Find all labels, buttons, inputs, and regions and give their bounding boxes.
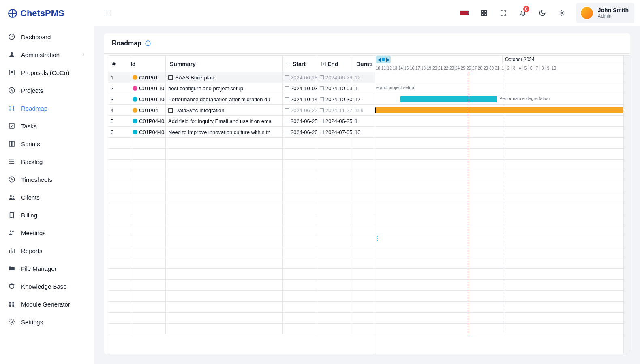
table-row[interactable]: 2C01P01-I01host configure and project se… bbox=[108, 83, 375, 94]
fullscreen-icon bbox=[500, 9, 507, 17]
sidebar-item-reports[interactable]: Reports bbox=[3, 242, 91, 259]
sidebar-item-label: Billing bbox=[21, 212, 37, 219]
sidebar-item-label: Roadmap bbox=[21, 105, 47, 112]
day-cell: 6 bbox=[529, 64, 534, 72]
day-cell: 31 bbox=[494, 64, 500, 72]
expand-icon[interactable] bbox=[287, 62, 291, 66]
sidebar-item-sprints[interactable]: Sprints bbox=[3, 135, 91, 152]
gantt-prev[interactable]: ◀ bbox=[376, 57, 382, 62]
svg-rect-25 bbox=[484, 14, 486, 16]
grid-body: 1C01P01−SAAS Boilerplate2024-06-182024-0… bbox=[108, 72, 375, 334]
table-row[interactable]: 1C01P01−SAAS Boilerplate2024-06-182024-0… bbox=[108, 72, 375, 83]
table-row[interactable]: 5C01P04-I03Add field for Inquiry Email a… bbox=[108, 116, 375, 127]
day-cell: 24 bbox=[455, 64, 460, 72]
gantt-bar[interactable] bbox=[375, 107, 623, 113]
gantt-next[interactable]: ▶ bbox=[385, 57, 391, 62]
svg-rect-20 bbox=[13, 305, 15, 307]
scrollbar[interactable] bbox=[623, 56, 630, 354]
day-cell: 19 bbox=[426, 64, 432, 72]
sidebar-item-proposals[interactable]: Proposals (CoCo) bbox=[3, 64, 91, 81]
svg-rect-11 bbox=[12, 141, 14, 146]
collapse-icon[interactable]: − bbox=[168, 108, 173, 113]
sidebar-item-module-generator[interactable]: Module Generator bbox=[3, 296, 91, 313]
sidebar-item-label: Tasks bbox=[21, 123, 36, 130]
app-name: ChetsPMS bbox=[20, 8, 64, 19]
svg-point-21 bbox=[11, 321, 13, 323]
fullscreen-button[interactable] bbox=[496, 5, 511, 21]
info-icon[interactable] bbox=[145, 40, 151, 47]
user-menu[interactable]: John Smith Admin bbox=[576, 3, 634, 23]
svg-point-15 bbox=[10, 230, 11, 232]
sidebar-item-roadmap[interactable]: Roadmap bbox=[3, 100, 91, 117]
sidebar-item-projects[interactable]: Projects bbox=[3, 82, 91, 99]
col-number[interactable]: # bbox=[108, 56, 130, 72]
sidebar-item-label: Proposals (CoCo) bbox=[21, 69, 69, 76]
gantt-body[interactable]: e and project setup. Performance degrada… bbox=[375, 72, 630, 334]
settings-button[interactable] bbox=[554, 5, 569, 21]
col-id[interactable]: Id bbox=[130, 56, 166, 72]
col-duration[interactable]: Durati bbox=[352, 56, 375, 72]
day-cell: 25 bbox=[460, 64, 466, 72]
col-start[interactable]: Start bbox=[283, 56, 317, 72]
grid-header: # Id Summary Start End Durati bbox=[108, 56, 375, 72]
theme-button[interactable] bbox=[535, 5, 550, 21]
folder-icon bbox=[8, 265, 15, 272]
grid-icon bbox=[8, 300, 15, 308]
user-name: John Smith bbox=[598, 7, 629, 13]
gantt-today[interactable] bbox=[382, 58, 385, 61]
meetings-icon bbox=[8, 229, 15, 236]
table-row[interactable]: 6C01P04-I08Need to improve innovation cu… bbox=[108, 127, 375, 138]
apps-button[interactable] bbox=[476, 5, 492, 21]
roadmap-split: # Id Summary Start End Durati 1C01P01−SA… bbox=[108, 55, 630, 354]
sidebar-item-tasks[interactable]: Tasks bbox=[3, 117, 91, 134]
table-row[interactable]: 4C01P04−DataSync Integration2024-06-2220… bbox=[108, 105, 375, 116]
svg-point-26 bbox=[561, 12, 563, 14]
reports-icon bbox=[8, 247, 15, 254]
svg-rect-10 bbox=[9, 141, 11, 146]
expand-icon[interactable] bbox=[321, 62, 326, 66]
menu-toggle[interactable] bbox=[100, 5, 115, 21]
sidebar-item-timesheets[interactable]: Timesheets bbox=[3, 171, 91, 188]
topbar: 0 John Smith Admin bbox=[94, 0, 640, 26]
col-summary[interactable]: Summary bbox=[166, 56, 283, 72]
user-role: Admin bbox=[598, 13, 629, 19]
split-handle[interactable] bbox=[375, 234, 379, 242]
projects-icon bbox=[8, 87, 15, 94]
month-label: October 2024 bbox=[503, 56, 630, 64]
notifications-button[interactable]: 0 bbox=[515, 5, 531, 21]
sidebar-item-knowledge-base[interactable]: Knowledge Base bbox=[3, 278, 91, 295]
collapse-icon[interactable]: − bbox=[168, 75, 173, 80]
chevron-right-icon bbox=[81, 52, 86, 57]
table-row[interactable]: 3C01P01-I06Performance degradation after… bbox=[108, 94, 375, 105]
language-button[interactable] bbox=[457, 5, 472, 21]
sidebar-item-label: Timesheets bbox=[21, 176, 52, 183]
gauge-icon bbox=[8, 33, 15, 40]
gantt-bar[interactable] bbox=[400, 96, 497, 102]
sidebar-item-meetings[interactable]: Meetings bbox=[3, 224, 91, 241]
svg-point-13 bbox=[10, 195, 12, 197]
sidebar-item-clients[interactable]: Clients bbox=[3, 189, 91, 206]
svg-point-6 bbox=[13, 106, 14, 107]
user-icon bbox=[8, 51, 15, 58]
day-cell: 21 bbox=[438, 64, 443, 72]
col-end[interactable]: End bbox=[317, 56, 352, 72]
today-marker bbox=[469, 72, 469, 334]
sidebar-item-label: Module Generator bbox=[21, 301, 70, 308]
col-start-label: Start bbox=[293, 61, 306, 67]
app-logo[interactable]: ChetsPMS bbox=[3, 0, 91, 28]
sidebar-item-file-manager[interactable]: File Manager bbox=[3, 260, 91, 277]
svg-point-5 bbox=[9, 106, 11, 107]
day-cell: 30 bbox=[489, 64, 494, 72]
day-cell: 7 bbox=[534, 64, 540, 72]
sidebar-item-administration[interactable]: Administration bbox=[3, 46, 91, 63]
flag-icon bbox=[460, 10, 469, 16]
svg-rect-24 bbox=[481, 14, 483, 16]
day-cell: 14 bbox=[398, 64, 404, 72]
sidebar-item-dashboard[interactable]: Dashboard bbox=[3, 28, 91, 45]
sidebar-item-billing[interactable]: Billing bbox=[3, 206, 91, 224]
sidebar-item-backlog[interactable]: Backlog bbox=[3, 153, 91, 170]
day-cell: 10 bbox=[551, 64, 557, 72]
col-end-label: End bbox=[327, 61, 338, 67]
tasks-icon bbox=[8, 122, 15, 130]
sidebar-item-settings[interactable]: Settings bbox=[3, 313, 91, 330]
